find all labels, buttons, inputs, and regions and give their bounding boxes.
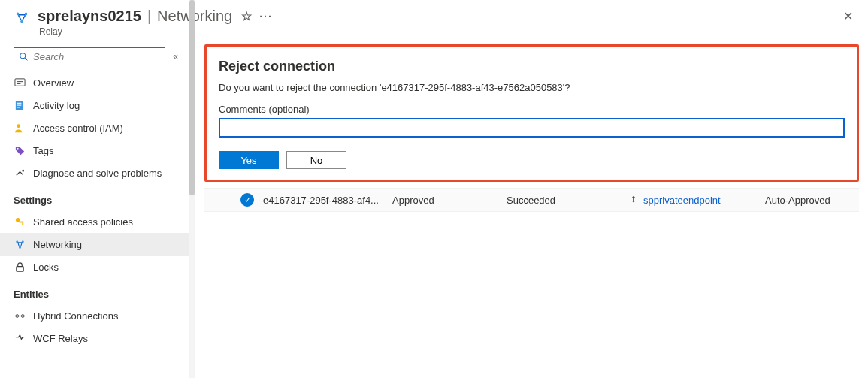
row-connection-name: e4167317-295f-4883-af4... xyxy=(263,195,383,206)
search-placeholder: Search xyxy=(33,51,64,62)
sidebar-item-hybrid-connections[interactable]: Hybrid Connections xyxy=(0,304,189,327)
sidebar-heading-settings: Settings xyxy=(0,184,189,210)
svg-point-1 xyxy=(25,13,28,16)
no-button[interactable]: No xyxy=(286,151,346,169)
hybrid-connections-icon xyxy=(14,310,26,322)
page-header: sprelayns0215 | Networking ☆ ··· Relay ✕ xyxy=(0,0,868,41)
access-control-icon xyxy=(14,122,26,134)
sidebar-item-label: Shared access policies xyxy=(33,216,133,228)
search-icon xyxy=(19,52,29,62)
svg-point-2 xyxy=(20,20,23,23)
row-description: Auto-Approved xyxy=(765,195,859,206)
overview-icon xyxy=(14,77,26,89)
collapse-sidebar-button[interactable]: « xyxy=(170,51,181,62)
sidebar-item-label: WCF Relays xyxy=(33,333,88,344)
svg-point-0 xyxy=(17,13,20,16)
networking-icon xyxy=(14,238,26,250)
svg-point-22 xyxy=(15,314,18,317)
diagnose-icon xyxy=(14,167,26,179)
sidebar-item-wcf-relays[interactable]: WCF Relays xyxy=(0,327,189,349)
dialog-message: Do you want to reject the connection 'e4… xyxy=(219,82,845,93)
svg-point-12 xyxy=(17,124,20,128)
yes-button[interactable]: Yes xyxy=(219,151,279,169)
sidebar-item-label: Tags xyxy=(33,145,53,156)
sidebar-item-diagnose[interactable]: Diagnose and solve problems xyxy=(0,162,189,184)
sidebar-item-label: Activity log xyxy=(33,100,80,111)
dialog-title: Reject connection xyxy=(219,59,845,74)
wcf-relays-icon xyxy=(14,332,26,344)
svg-rect-9 xyxy=(17,102,21,103)
tags-icon xyxy=(14,144,26,156)
svg-point-23 xyxy=(21,314,24,317)
more-actions-button[interactable]: ··· xyxy=(259,11,273,23)
key-icon xyxy=(14,216,26,228)
page-title: sprelayns0215 | Networking ☆ ··· xyxy=(38,8,273,25)
sidebar-item-label: Access control (IAM) xyxy=(33,122,123,134)
row-provisioning-state: Succeeded xyxy=(507,195,619,206)
sidebar-item-tags[interactable]: Tags xyxy=(0,139,189,162)
svg-rect-16 xyxy=(19,221,23,222)
sidebar-item-label: Overview xyxy=(33,77,74,89)
resource-type-label: Relay xyxy=(39,26,273,37)
sidebar-item-label: Hybrid Connections xyxy=(33,310,118,322)
comments-input[interactable] xyxy=(219,118,845,138)
close-blade-button[interactable]: ✕ xyxy=(839,8,857,25)
activity-log-icon xyxy=(14,99,26,111)
sidebar-item-label: Networking xyxy=(33,239,82,250)
comments-label: Comments (optional) xyxy=(219,104,845,115)
row-checkbox-checked[interactable]: ✓ xyxy=(240,193,254,207)
private-endpoint-icon xyxy=(628,195,639,205)
section-name: Networking xyxy=(157,8,232,25)
svg-rect-21 xyxy=(16,266,23,271)
sidebar-item-shared-access[interactable]: Shared access policies xyxy=(0,210,189,233)
sidebar-item-label: Diagnose and solve problems xyxy=(33,168,162,179)
sidebar-item-activity-log[interactable]: Activity log xyxy=(0,94,189,116)
reject-connection-dialog: Reject connection Do you want to reject … xyxy=(204,44,859,182)
resource-name: sprelayns0215 xyxy=(38,8,141,25)
sidebar-item-locks[interactable]: Locks xyxy=(0,256,189,278)
sidebar-item-label: Locks xyxy=(33,262,59,273)
sidebar-item-overview[interactable]: Overview xyxy=(0,71,189,94)
svg-point-14 xyxy=(22,169,24,171)
main-content: Reject connection Do you want to reject … xyxy=(189,41,868,378)
sidebar-item-access-control[interactable]: Access control (IAM) xyxy=(0,116,189,139)
lock-icon xyxy=(14,261,26,273)
svg-line-4 xyxy=(25,58,27,60)
row-connection-state: Approved xyxy=(392,195,498,206)
resource-sidebar: Search « Overview Activity log xyxy=(0,41,189,378)
connection-row[interactable]: ✓ e4167317-295f-4883-af4... Approved Suc… xyxy=(204,188,859,212)
svg-rect-11 xyxy=(17,107,20,107)
svg-point-3 xyxy=(20,53,26,58)
svg-rect-10 xyxy=(17,104,21,105)
sidebar-item-networking[interactable]: Networking xyxy=(0,233,189,256)
favorite-star-icon[interactable]: ☆ xyxy=(241,9,252,23)
sidebar-search-input[interactable]: Search xyxy=(14,47,165,65)
sidebar-heading-entities: Entities xyxy=(0,278,189,304)
svg-point-13 xyxy=(17,147,18,149)
svg-rect-17 xyxy=(22,222,23,225)
svg-rect-5 xyxy=(14,78,24,85)
relay-resource-icon xyxy=(14,9,30,28)
row-private-endpoint-link[interactable]: spprivateendpoint xyxy=(628,195,756,206)
